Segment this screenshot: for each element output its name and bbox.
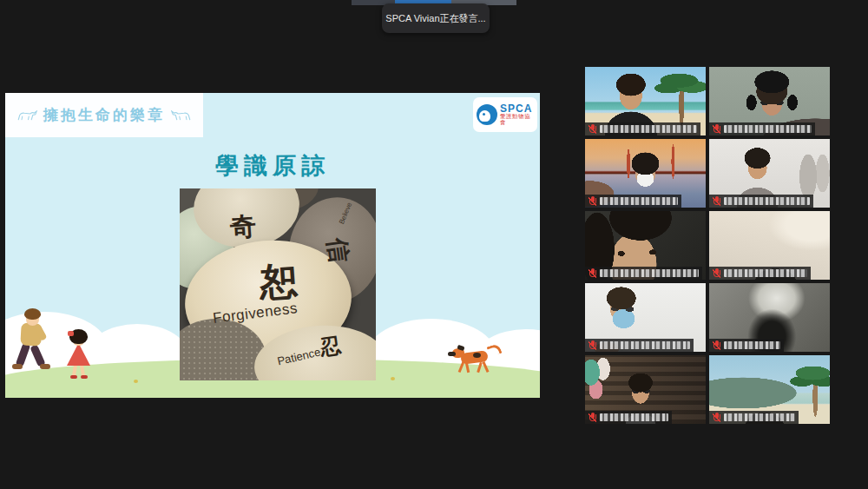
- muted-mic-icon: [713, 340, 720, 351]
- muted-mic-icon: [713, 413, 720, 423]
- stone-char-ren: 忍: [319, 331, 343, 361]
- participant-name-bar: [585, 267, 702, 280]
- participant-name-bar: [709, 339, 784, 352]
- spca-logo-icon: [477, 104, 497, 125]
- muted-mic-icon: [589, 196, 596, 207]
- cartoon-dog: [450, 345, 500, 378]
- meeting-window: SPCA Vivian正在發言... 擁抱生命的樂章 SPCA 愛護動: [0, 0, 868, 489]
- participant-name-bar: [709, 411, 799, 424]
- muted-mic-icon: [589, 413, 596, 423]
- video-tile[interactable]: [585, 283, 706, 352]
- video-tile[interactable]: [709, 67, 830, 135]
- video-tile[interactable]: [709, 211, 830, 280]
- participant-name-bar: [585, 411, 672, 424]
- participant-name-bar: [709, 122, 815, 135]
- participant-name-blurred: [724, 125, 812, 133]
- participant-name-bar: [709, 195, 813, 208]
- muted-mic-icon: [713, 196, 720, 207]
- slide-title: 學識原諒: [5, 150, 540, 182]
- participant-name-blurred: [600, 269, 699, 277]
- participant-name-blurred: [600, 125, 697, 133]
- video-tile[interactable]: [585, 211, 706, 280]
- cartoon-boy: [10, 308, 59, 376]
- cartoon-girl: [61, 329, 99, 380]
- participant-name-blurred: [724, 413, 795, 421]
- spca-logo: SPCA 愛護動物協會: [473, 97, 537, 132]
- dog-outline-icon: [171, 109, 192, 122]
- participant-name-blurred: [600, 197, 678, 205]
- muted-mic-icon: [713, 268, 720, 279]
- muted-mic-icon: [713, 124, 720, 135]
- active-speaker-text: SPCA Vivian正在發言...: [385, 12, 485, 25]
- spca-logo-subtitle: 愛護動物協會: [500, 114, 534, 126]
- forgiveness-stones-image: 奇 信 Believe 恕 Forgiveness 忍 Patience: [180, 188, 376, 380]
- slide-header-title: 擁抱生命的樂章: [43, 105, 165, 125]
- participant-name-bar: [585, 339, 694, 352]
- video-tile[interactable]: [585, 355, 706, 424]
- participant-name-blurred: [724, 341, 780, 349]
- stone-char-qi: 奇: [229, 208, 258, 246]
- video-tile[interactable]: [709, 355, 830, 424]
- muted-mic-icon: [589, 124, 596, 135]
- participant-name-blurred: [600, 413, 668, 421]
- stone-char-xin: 信: [319, 235, 356, 264]
- participant-name-bar: [709, 267, 811, 280]
- shared-screen-slide: 擁抱生命的樂章 SPCA 愛護動物協會 學識原諒 奇 信 Believe: [5, 93, 540, 398]
- video-tile[interactable]: [585, 67, 706, 135]
- muted-mic-icon: [589, 268, 596, 279]
- cat-outline-icon: [16, 109, 37, 122]
- video-tile[interactable]: [709, 139, 830, 208]
- participant-name-blurred: [600, 341, 690, 349]
- video-tile[interactable]: [585, 139, 706, 208]
- slide-header: 擁抱生命的樂章: [5, 93, 203, 137]
- active-speaker-banner: SPCA Vivian正在發言...: [382, 3, 490, 33]
- participant-name-blurred: [724, 269, 807, 277]
- participant-name-bar: [585, 122, 700, 135]
- video-tile[interactable]: [709, 283, 830, 352]
- grass-tuft: [391, 377, 395, 380]
- participant-name-blurred: [724, 197, 810, 205]
- grass-tuft: [134, 380, 138, 383]
- participant-name-bar: [585, 195, 681, 208]
- muted-mic-icon: [589, 340, 596, 351]
- participant-video-grid: [585, 67, 830, 424]
